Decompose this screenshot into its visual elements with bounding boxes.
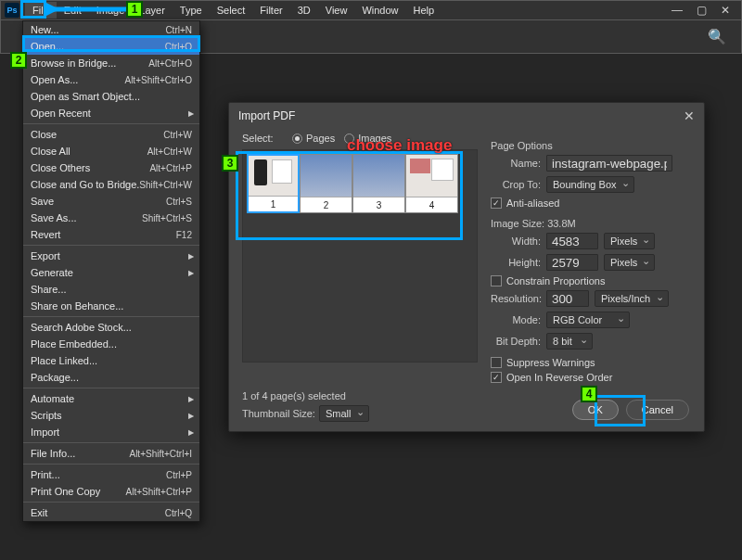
dialog-close-button[interactable]: ✕ — [684, 108, 695, 123]
thumbnail-2[interactable]: 2 — [300, 154, 352, 213]
mode-label: Mode: — [491, 314, 546, 325]
import-pdf-dialog: Import PDF ✕ Select: Pages Images 1234 1… — [228, 102, 705, 432]
thumbnail-1[interactable]: 1 — [247, 154, 300, 213]
menu-type[interactable]: Type — [173, 2, 210, 19]
bit-depth-combo[interactable]: 8 bit — [546, 333, 593, 350]
thumbnail-size-combo[interactable]: Small — [319, 405, 369, 422]
menu-help[interactable]: Help — [406, 2, 442, 19]
crop-label: Crop To: — [491, 179, 546, 190]
reverse-order-checkbox[interactable]: ✓Open In Reverse Order — [491, 372, 691, 383]
anti-aliased-checkbox[interactable]: ✓Anti-aliased — [491, 197, 691, 209]
menu-item-save[interactable]: SaveCtrl+S — [23, 193, 199, 210]
ok-button[interactable]: OK — [572, 400, 619, 420]
menu-item-open-recent[interactable]: Open Recent▶ — [23, 105, 199, 121]
thumbnail-grid: 1234 — [242, 149, 478, 363]
select-label: Select: — [242, 133, 283, 144]
thumbnail-4[interactable]: 4 — [405, 154, 458, 213]
menu-item-file-info[interactable]: File Info...Alt+Shift+Ctrl+I — [23, 445, 199, 462]
menu-window[interactable]: Window — [354, 2, 405, 19]
menu-item-exit[interactable]: ExitCtrl+Q — [23, 504, 199, 521]
resolution-label: Resolution: — [491, 293, 546, 304]
selection-info: 1 of 4 page(s) selected — [242, 390, 478, 401]
resolution-unit-combo[interactable]: Pixels/Inch — [595, 290, 669, 307]
crop-combo[interactable]: Bounding Box — [546, 176, 634, 193]
name-field[interactable] — [546, 155, 672, 172]
menu-item-import[interactable]: Import▶ — [23, 424, 199, 440]
width-label: Width: — [491, 235, 546, 247]
menu-file[interactable]: File — [25, 2, 57, 19]
menu-item-open-as[interactable]: Open As...Alt+Shift+Ctrl+O — [23, 71, 199, 88]
menu-item-close-others[interactable]: Close OthersAlt+Ctrl+P — [23, 159, 199, 176]
height-field[interactable] — [546, 254, 598, 271]
menu-item-close[interactable]: CloseCtrl+W — [23, 126, 199, 143]
window-close-button[interactable]: ✕ — [713, 2, 737, 19]
menu-image[interactable]: Image — [89, 2, 133, 19]
thumbnail-size-label: Thumbnail Size: — [242, 408, 315, 419]
radio-pages[interactable]: Pages — [292, 133, 335, 144]
search-icon[interactable]: 🔍 — [708, 28, 726, 45]
file-menu-dropdown: New...Ctrl+NOpen...Ctrl+OBrowse in Bridg… — [22, 20, 200, 522]
menu-item-open-as-smart-object[interactable]: Open as Smart Object... — [23, 88, 199, 105]
menu-item-browse-in-bridge[interactable]: Browse in Bridge...Alt+Ctrl+O — [23, 55, 199, 71]
menu-layer[interactable]: Layer — [132, 2, 173, 19]
height-label: Height: — [491, 257, 546, 268]
menu-item-close-and-go-to-bridge[interactable]: Close and Go to Bridge...Shift+Ctrl+W — [23, 176, 199, 193]
mode-combo[interactable]: RGB Color — [546, 312, 630, 328]
constrain-checkbox[interactable]: Constrain Proportions — [491, 275, 691, 286]
menu-item-print-one-copy[interactable]: Print One CopyAlt+Shift+Ctrl+P — [23, 483, 199, 500]
menu-item-share-on-behance[interactable]: Share on Behance... — [23, 298, 199, 314]
cancel-button[interactable]: Cancel — [626, 400, 689, 420]
image-size-label: Image Size: 33.8M — [491, 218, 691, 229]
menu-item-package[interactable]: Package... — [23, 369, 199, 386]
window-maximize-button[interactable]: ▢ — [689, 2, 713, 19]
name-label: Name: — [491, 158, 546, 169]
resolution-field[interactable] — [546, 290, 589, 307]
menu-item-automate[interactable]: Automate▶ — [23, 390, 199, 407]
menu-item-open[interactable]: Open...Ctrl+O — [23, 38, 199, 55]
menu-item-place-embedded[interactable]: Place Embedded... — [23, 336, 199, 352]
menu-item-scripts[interactable]: Scripts▶ — [23, 407, 199, 424]
suppress-warnings-checkbox[interactable]: Suppress Warnings — [491, 357, 691, 368]
menu-item-place-linked[interactable]: Place Linked... — [23, 352, 199, 369]
app-logo: Ps — [5, 3, 19, 18]
menu-item-print[interactable]: Print...Ctrl+P — [23, 466, 199, 483]
menu-item-generate[interactable]: Generate▶ — [23, 264, 199, 281]
menu-item-export[interactable]: Export▶ — [23, 248, 199, 264]
menubar: Ps FileEditImageLayerTypeSelectFilter3DV… — [0, 0, 742, 20]
menu-view[interactable]: View — [318, 2, 355, 19]
bit-depth-label: Bit Depth: — [491, 336, 546, 347]
page-options-label: Page Options — [491, 140, 691, 151]
dialog-title: Import PDF — [238, 109, 295, 122]
menu-filter[interactable]: Filter — [252, 2, 289, 19]
thumbnail-3[interactable]: 3 — [352, 154, 405, 213]
menu-item-share[interactable]: Share... — [23, 281, 199, 298]
menu-edit[interactable]: Edit — [57, 2, 89, 19]
menu-item-search-adobe-stock[interactable]: Search Adobe Stock... — [23, 319, 199, 336]
menu-select[interactable]: Select — [210, 2, 253, 19]
menu-item-revert[interactable]: RevertF12 — [23, 226, 199, 243]
width-unit-combo[interactable]: Pixels — [604, 233, 655, 249]
window-minimize-button[interactable]: — — [665, 2, 689, 19]
menu-item-new[interactable]: New...Ctrl+N — [23, 21, 199, 38]
radio-images[interactable]: Images — [344, 133, 391, 144]
menu-item-save-as[interactable]: Save As...Shift+Ctrl+S — [23, 210, 199, 226]
width-field[interactable] — [546, 233, 598, 249]
dialog-titlebar: Import PDF ✕ — [229, 103, 704, 129]
menu-item-close-all[interactable]: Close AllAlt+Ctrl+W — [23, 143, 199, 159]
height-unit-combo[interactable]: Pixels — [604, 254, 655, 271]
menu-3d[interactable]: 3D — [290, 2, 318, 19]
